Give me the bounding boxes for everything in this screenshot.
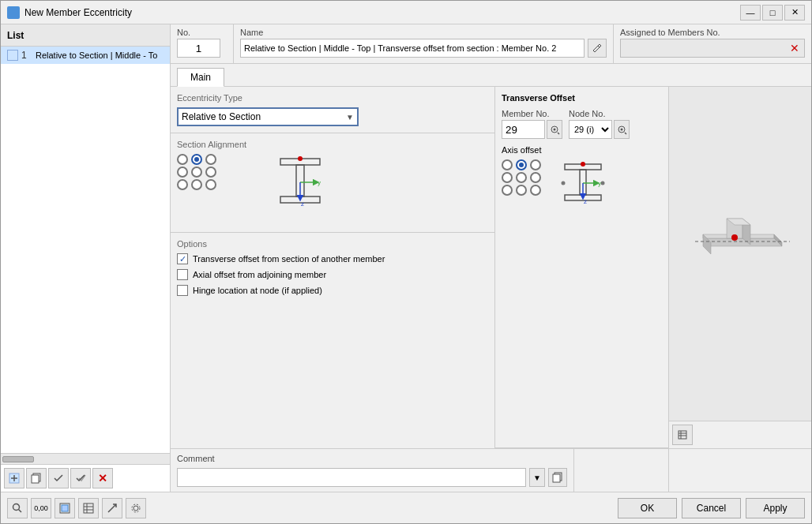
view-settings-button[interactable] [672,425,693,445]
comment-copy-button[interactable] [548,468,567,487]
search-bottom-button[interactable] [7,498,28,518]
i-beam-svg-small: y z [555,159,618,219]
option-checkbox-3[interactable] [177,285,188,296]
list-item-icon [7,50,18,61]
tab-main[interactable]: Main [177,68,224,87]
option-checkbox-2[interactable] [177,269,188,280]
copy-list-button[interactable] [26,468,47,488]
align-radio-mid-right[interactable] [205,167,216,178]
close-button[interactable]: ✕ [784,5,805,21]
svg-line-17 [625,133,626,134]
assigned-clear-button[interactable]: ✕ [788,42,801,54]
name-section: Name [234,24,614,63]
view-toolbar [669,421,811,448]
option-checkbox-1[interactable] [177,253,188,264]
scroll-thumb[interactable] [2,456,34,462]
align-radio-bot-right[interactable] [205,179,216,190]
node-no-input-row: 29 (i) 30 (j) [569,120,630,139]
cancel-button[interactable]: Cancel [682,498,741,518]
comment-input[interactable] [177,468,526,487]
options-section: Options Transverse offset from section o… [171,233,494,448]
axis-radio-tl[interactable] [502,159,513,170]
settings-button[interactable] [126,498,146,518]
comment-dropdown-button[interactable]: ▼ [529,468,545,487]
export-icon [107,503,118,514]
align-radio-mid-center[interactable] [191,167,202,178]
align-row-1 [177,154,246,165]
section-alignment-label: Section Alignment [177,140,246,149]
comment-view-right [669,449,811,492]
add-list-button[interactable] [4,468,24,488]
axis-row-2 [502,172,541,183]
transverse-fields: Member No. [502,109,662,139]
option-row-1: Transverse offset from section of anothe… [177,253,488,264]
svg-point-8 [298,156,303,161]
list-header: List [1,24,170,47]
align-radio-bot-left[interactable] [177,179,188,190]
select-button[interactable] [55,498,75,518]
axis-row-1 [502,159,541,170]
apply-button[interactable]: Apply [746,498,805,518]
table-icon [83,503,94,514]
3d-view-area [669,87,811,421]
axis-radio-mc[interactable] [516,172,527,183]
ok-button[interactable]: OK [618,498,677,518]
axis-radio-bl[interactable] [502,185,513,196]
section-alignment-area: Section Alignment [171,133,494,233]
svg-text:z: z [301,200,304,208]
assigned-input: ✕ [620,39,805,58]
check-list-button[interactable] [48,468,69,488]
svg-point-23 [562,182,566,185]
add-icon [9,473,20,484]
align-radio-top-center[interactable] [191,154,202,165]
table-button[interactable] [78,498,99,518]
comment-row: Comment ▼ [171,448,811,492]
list-content: 1 Relative to Section | Middle - To [1,47,170,453]
delete-list-button[interactable]: ✕ [92,468,113,488]
view-column [669,87,811,448]
axis-radio-ml[interactable] [502,172,513,183]
maximize-button[interactable]: □ [762,5,783,21]
bottom-bar: 0,00 [1,492,811,523]
left-column: Eccentricity Type Relative to Section ▼ … [171,87,495,448]
axis-radio-br[interactable] [530,185,541,196]
tabs-area: Main [171,64,811,87]
axis-radio-bc[interactable] [516,185,527,196]
align-radio-top-right[interactable] [205,154,216,165]
horizontal-scrollbar[interactable] [1,453,170,464]
eccentricity-type-section: Eccentricity Type Relative to Section ▼ [171,87,494,133]
axis-radio-tr[interactable] [530,159,541,170]
axis-radio-mr[interactable] [530,172,541,183]
top-row: No. Name [171,24,811,64]
pick-icon [549,124,560,135]
no-input[interactable] [177,39,220,58]
comment-right [574,449,669,492]
node-no-field: Node No. 29 (i) 30 (j) [569,109,630,139]
align-radio-bot-center[interactable] [191,179,202,190]
node-no-pick-button[interactable] [614,120,630,139]
eccentricity-type-dropdown[interactable]: Relative to Section ▼ [177,107,359,126]
svg-text:y: y [318,179,321,186]
align-row-2 [177,167,246,178]
name-input[interactable] [240,39,585,58]
axis-radio-tc[interactable] [516,159,527,170]
check2-list-button[interactable] [70,468,91,488]
align-radio-mid-left[interactable] [177,167,188,178]
option-row-2: Axial offset from adjoining member [177,269,488,280]
name-edit-button[interactable] [588,39,607,58]
svg-rect-48 [84,503,93,513]
member-no-input[interactable] [502,120,545,139]
export-button[interactable] [102,498,122,518]
member-no-pick-button[interactable] [547,120,562,139]
svg-line-14 [558,133,559,134]
zero-button[interactable]: 0,00 [31,498,51,518]
bottom-toolbar: 0,00 [7,498,618,518]
comment-section: Comment ▼ [171,449,574,492]
node-no-select[interactable]: 29 (i) 30 (j) [569,120,612,139]
minimize-button[interactable]: — [740,5,761,21]
list-item[interactable]: 1 Relative to Section | Middle - To [1,47,170,64]
align-radio-top-left[interactable] [177,154,188,165]
title-buttons: — □ ✕ [740,5,805,21]
copy-icon [31,473,42,484]
options-label: Options [177,239,488,249]
